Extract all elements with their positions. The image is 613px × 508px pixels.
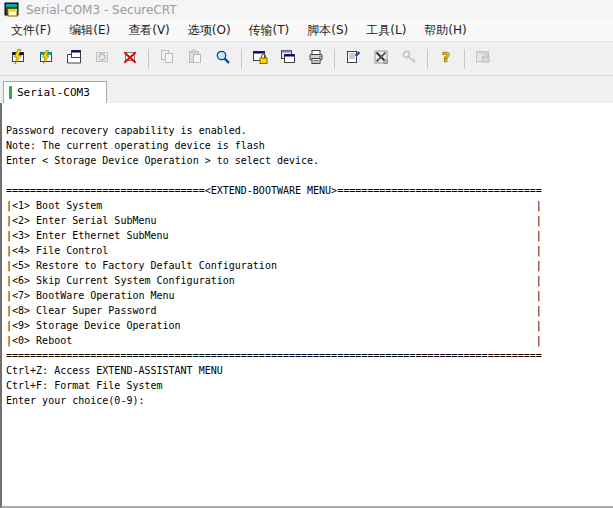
menu-bar: 文件(F)编辑(E)查看(V)选项(O)传输(T)脚本(S)工具(L)帮助(H) [0,20,613,42]
global-options-button[interactable] [367,45,395,73]
key-agent-button [395,45,423,73]
securecrt-session-icon [4,2,20,18]
tab-bar: Serial-COM3 [0,76,613,104]
menu-item-7[interactable]: 帮助(H) [415,20,475,41]
print-icon [308,49,324,69]
connect-in-tab-icon [66,49,82,69]
terminal-area[interactable]: Password recovery capability is enabled.… [0,103,613,508]
menu-item-5[interactable]: 脚本(S) [298,20,357,41]
terminal-screen[interactable]: Password recovery capability is enabled.… [2,103,613,408]
toolbar-separator [427,49,428,69]
connect-button[interactable] [32,45,60,73]
find-button[interactable] [209,45,237,73]
connect-icon [38,49,54,69]
title-bar: Serial-COM3 - SecureCRT [0,0,613,20]
session-lock-icon [252,49,268,69]
lock-session-button [469,45,497,73]
disconnect-button[interactable] [116,45,144,73]
menu-item-0[interactable]: 文件(F) [2,20,60,41]
find-icon [215,49,231,69]
global-options-icon [373,49,389,69]
svg-text:?: ? [442,49,450,65]
help-icon: ? [438,49,454,69]
key-agent-icon [401,49,417,69]
toolbar-separator [241,49,242,69]
session-options-icon [345,49,361,69]
reconnect-button [88,45,116,73]
session-tab-Serial-COM3[interactable]: Serial-COM3 [3,81,107,103]
copy-button [153,45,181,73]
menu-item-6[interactable]: 工具(L) [357,20,415,41]
disconnect-icon [122,49,138,69]
menu-item-3[interactable]: 选项(O) [179,20,240,41]
clone-session-button[interactable] [274,45,302,73]
help-button[interactable]: ? [432,45,460,73]
tab-label: Serial-COM3 [17,86,90,99]
menu-item-1[interactable]: 编辑(E) [60,20,119,41]
window-title: Serial-COM3 - SecureCRT [26,3,177,17]
tab-connected-indicator [9,86,12,99]
lock-session-icon [475,49,491,69]
securecrt-window: { "window": { "title": "Serial-COM3 - Se… [0,0,613,508]
quick-connect-button[interactable] [4,45,32,73]
reconnect-icon [94,49,110,69]
copy-icon [159,49,175,69]
print-button[interactable] [302,45,330,73]
menu-item-4[interactable]: 传输(T) [240,20,299,41]
toolbar-separator [464,49,465,69]
paste-icon [187,49,203,69]
connect-in-tab-button[interactable] [60,45,88,73]
toolbar-separator [148,49,149,69]
session-options-button[interactable] [339,45,367,73]
session-lock-button[interactable] [246,45,274,73]
menu-item-2[interactable]: 查看(V) [119,20,179,41]
quick-connect-icon [10,49,26,69]
toolbar: ? [0,42,613,76]
clone-session-icon [280,49,296,69]
paste-button [181,45,209,73]
toolbar-separator [334,49,335,69]
